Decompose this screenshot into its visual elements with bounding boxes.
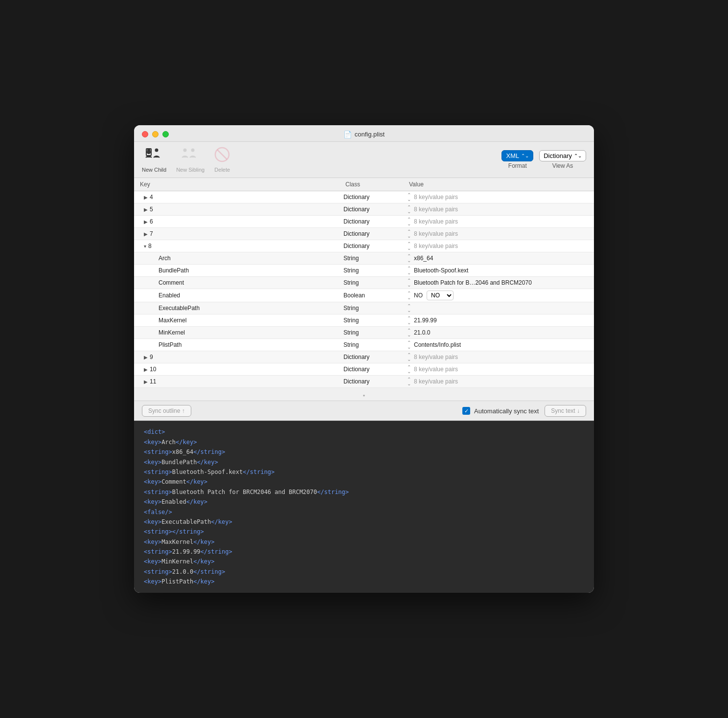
stepper-icon[interactable]: ⌃⌄	[407, 377, 411, 386]
delete-button[interactable]: Delete	[214, 147, 230, 173]
value-text: 8 key/value pairs	[414, 378, 458, 385]
close-button[interactable]	[142, 131, 148, 137]
value-cell[interactable]: ⌃⌄	[403, 302, 594, 314]
sync-text-button[interactable]: Sync text ↓	[545, 405, 586, 417]
plist-icon: 📄	[343, 131, 352, 138]
class-text: Dictionary	[340, 377, 403, 386]
value-text: 8 key/value pairs	[414, 354, 458, 360]
stepper-icon[interactable]: ⌃⌄	[407, 217, 411, 226]
auto-sync-checkbox[interactable]: ✓	[462, 407, 470, 415]
stepper-icon[interactable]: ⌃⌄	[407, 328, 411, 337]
value-cell[interactable]: ⌃⌄Contents/Info.plist	[403, 339, 594, 351]
table-row[interactable]: MaxKernelString⌃⌄21.99.99	[134, 314, 594, 327]
minimize-button[interactable]	[152, 131, 159, 137]
stepper-icon[interactable]: ⌃⌄	[407, 193, 411, 202]
stepper-icon[interactable]: ⌃⌄	[407, 353, 411, 361]
value-cell[interactable]: ⌃⌄8 key/value pairs	[403, 216, 594, 227]
table-row[interactable]: EnabledBoolean⌃⌄NOYESNO	[134, 289, 594, 302]
value-cell[interactable]: ⌃⌄8 key/value pairs	[403, 228, 594, 240]
class-text: String	[340, 315, 403, 325]
key-text: 7	[150, 230, 153, 237]
expand-arrow-icon[interactable]: ▶	[144, 207, 148, 212]
view-as-label: View As	[552, 162, 573, 169]
stepper-icon[interactable]: ⌃⌄	[407, 229, 411, 238]
value-cell[interactable]: ⌃⌄Bluetooth-Spoof.kext	[403, 265, 594, 276]
expand-arrow-icon[interactable]: ▶	[144, 379, 148, 384]
expand-arrow-icon[interactable]: ▾	[144, 244, 146, 249]
value-text: 8 key/value pairs	[414, 243, 458, 249]
stepper-icon[interactable]: ⌃⌄	[407, 365, 411, 374]
value-cell[interactable]: ⌃⌄x86_64	[403, 252, 594, 264]
svg-point-5	[183, 149, 187, 152]
expand-arrow-icon[interactable]: ▶	[144, 367, 148, 372]
class-text: String	[340, 278, 403, 288]
stepper-icon[interactable]: ⌃⌄	[407, 291, 411, 300]
class-text: String	[340, 266, 403, 275]
table-row[interactable]: ▶10Dictionary⌃⌄8 key/value pairs	[134, 363, 594, 376]
stepper-icon[interactable]: ⌃⌄	[407, 340, 411, 349]
auto-sync-label: Automatically sync text	[474, 407, 539, 415]
table-row[interactable]: CommentString⌃⌄Bluetooth Patch for B…204…	[134, 277, 594, 289]
value-text: NO	[414, 292, 423, 299]
maximize-button[interactable]	[162, 131, 169, 137]
expand-arrow-icon[interactable]: ▶	[144, 231, 148, 237]
table-row[interactable]: ▶4Dictionary⌃⌄8 key/value pairs	[134, 191, 594, 203]
table-row[interactable]: ▶6Dictionary⌃⌄8 key/value pairs	[134, 216, 594, 228]
value-cell[interactable]: ⌃⌄21.0.0	[403, 327, 594, 338]
value-text: Contents/Info.plist	[414, 341, 461, 348]
window-title: 📄 config.plist	[343, 131, 385, 138]
value-text: Bluetooth-Spoof.kext	[414, 267, 468, 274]
delete-icon	[214, 147, 230, 165]
value-cell[interactable]: ⌃⌄8 key/value pairs	[403, 203, 594, 215]
key-text: ExecutablePath	[159, 305, 200, 312]
value-cell[interactable]: ⌃⌄21.99.99	[403, 314, 594, 326]
value-cell[interactable]: ⌃⌄Bluetooth Patch for B…2046 and BRCM207…	[403, 277, 594, 289]
new-child-button[interactable]: New Child	[142, 147, 166, 173]
main-window: 📄 config.plist	[134, 125, 594, 592]
view-as-select[interactable]: Dictionary ⌃⌄	[539, 150, 586, 161]
boolean-select[interactable]: YESNO	[427, 291, 454, 300]
stepper-icon[interactable]: ⌃⌄	[407, 278, 411, 287]
table-row[interactable]: ArchString⌃⌄x86_64	[134, 252, 594, 265]
table-row[interactable]: ▶7Dictionary⌃⌄8 key/value pairs	[134, 228, 594, 240]
format-select[interactable]: XML ⌃⌄	[501, 150, 533, 161]
stepper-icon[interactable]: ⌃⌄	[407, 205, 411, 214]
value-cell[interactable]: ⌃⌄8 key/value pairs	[403, 376, 594, 387]
sync-outline-button[interactable]: Sync outline ↑	[142, 405, 191, 417]
value-cell[interactable]: ⌃⌄8 key/value pairs	[403, 240, 594, 252]
stepper-icon[interactable]: ⌃⌄	[407, 316, 411, 325]
stepper-icon[interactable]: ⌃⌄	[407, 304, 411, 313]
table-area[interactable]: ▶4Dictionary⌃⌄8 key/value pairs▶5Diction…	[134, 191, 594, 388]
new-sibling-button[interactable]: New Sibling	[176, 147, 205, 173]
value-cell[interactable]: ⌃⌄8 key/value pairs	[403, 363, 594, 375]
expand-arrow-icon[interactable]: ▶	[144, 195, 148, 200]
new-sibling-icon	[182, 147, 199, 165]
table-row[interactable]: ExecutablePathString⌃⌄	[134, 302, 594, 314]
table-row[interactable]: ▶11Dictionary⌃⌄8 key/value pairs	[134, 376, 594, 388]
key-text: PlistPath	[159, 341, 182, 348]
stepper-icon[interactable]: ⌃⌄	[407, 254, 411, 263]
key-text: 11	[150, 378, 156, 385]
expand-arrow-icon[interactable]: ▶	[144, 219, 148, 224]
table-row[interactable]: ▶9Dictionary⌃⌄8 key/value pairs	[134, 351, 594, 363]
table-row[interactable]: BundlePathString⌃⌄Bluetooth-Spoof.kext	[134, 265, 594, 277]
table-row[interactable]: ▶5Dictionary⌃⌄8 key/value pairs	[134, 203, 594, 216]
table-row[interactable]: ▾8Dictionary⌃⌄8 key/value pairs	[134, 240, 594, 252]
key-text: Comment	[159, 279, 184, 286]
value-cell[interactable]: ⌃⌄8 key/value pairs	[403, 191, 594, 203]
expand-arrow-icon[interactable]: ▶	[144, 355, 148, 360]
value-cell[interactable]: ⌃⌄NOYESNO	[403, 289, 594, 302]
table-row[interactable]: MinKernelString⌃⌄21.0.0	[134, 327, 594, 339]
key-text: 10	[150, 366, 156, 373]
table-row[interactable]: PlistPathString⌃⌄Contents/Info.plist	[134, 339, 594, 351]
col-header-key: Key	[134, 180, 340, 189]
value-text: x86_64	[414, 255, 433, 262]
col-header-value: Value	[403, 180, 594, 189]
stepper-icon[interactable]: ⌃⌄	[407, 266, 411, 275]
class-text: Dictionary	[340, 204, 403, 214]
class-text: String	[340, 303, 403, 313]
svg-point-6	[191, 149, 195, 152]
value-cell[interactable]: ⌃⌄8 key/value pairs	[403, 351, 594, 363]
stepper-icon[interactable]: ⌃⌄	[407, 242, 411, 250]
class-text: Dictionary	[340, 352, 403, 362]
